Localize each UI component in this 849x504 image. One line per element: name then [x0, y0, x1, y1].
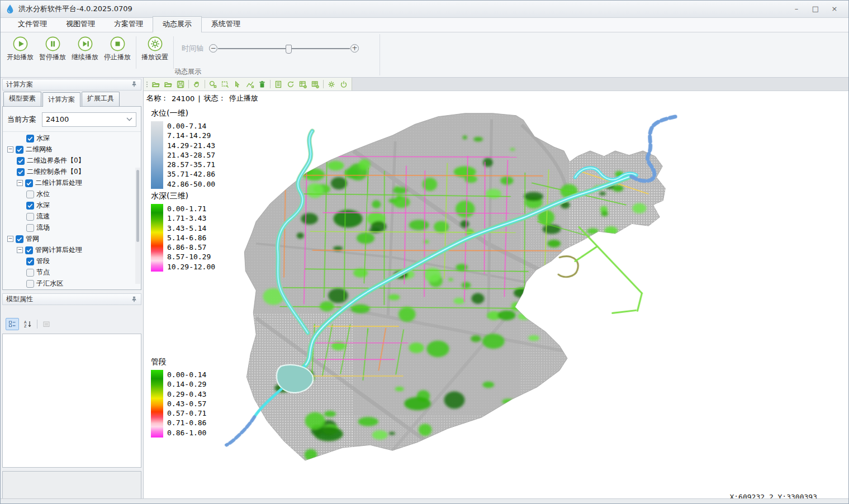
tree-item[interactable]: 水深: [3, 133, 141, 144]
minimize-button[interactable]: –: [787, 3, 806, 15]
resume-button[interactable]: 继续播放: [69, 35, 101, 69]
timeline-slider[interactable]: − +: [209, 44, 359, 54]
play-button[interactable]: 开始播放: [4, 35, 36, 69]
tree-item[interactable]: 二维边界条件【0】: [3, 155, 141, 167]
timeline-plus-button[interactable]: +: [350, 44, 359, 53]
map-info-bar: 名称：24100 | 状态：停止播放: [144, 91, 848, 104]
timeline-track[interactable]: [218, 48, 350, 49]
tree-item[interactable]: 流场: [3, 222, 141, 234]
legend-color-bar: [151, 121, 163, 189]
current-scheme-label: 当前方案: [7, 115, 36, 125]
checkbox-checked-icon[interactable]: [26, 135, 34, 142]
zoom-rect-icon[interactable]: [208, 79, 218, 89]
checkbox-checked-icon[interactable]: [17, 168, 25, 176]
delete-icon[interactable]: [257, 79, 267, 89]
checkbox-unchecked-icon[interactable]: [26, 191, 34, 198]
property-pages-button[interactable]: [40, 318, 53, 330]
checkbox-checked-icon[interactable]: [25, 246, 33, 254]
ribbon-separator: [173, 36, 174, 69]
status-bar: [1, 498, 848, 503]
checkbox-unchecked-icon[interactable]: [26, 224, 34, 232]
tree-item[interactable]: −管网: [3, 234, 141, 245]
tree-expander-icon[interactable]: −: [17, 247, 23, 253]
select-rect-icon[interactable]: [220, 79, 230, 89]
categorized-view-button[interactable]: [6, 318, 19, 330]
checkbox-checked-icon[interactable]: [16, 146, 23, 154]
tree-item[interactable]: 管段: [3, 256, 141, 267]
checkbox-checked-icon[interactable]: [25, 179, 33, 187]
tab-2[interactable]: 计算方案: [42, 92, 80, 107]
select-point-icon[interactable]: [233, 79, 243, 89]
export-table2-icon[interactable]: [310, 79, 320, 89]
legend-range: 6.86-8.57: [167, 243, 215, 252]
tab-1[interactable]: 模型要素: [3, 92, 41, 106]
toolbar-grip-handle[interactable]: [146, 82, 148, 87]
map-canvas[interactable]: 水位(一维) 0.00-7.147.14-14.2914.29-21.4321.…: [144, 103, 848, 504]
folder-open-icon[interactable]: [151, 79, 161, 89]
tree-item[interactable]: 二维控制条件【0】: [3, 167, 141, 178]
pin-icon[interactable]: [131, 296, 137, 303]
export-table-icon[interactable]: [298, 79, 308, 89]
menu-item-5[interactable]: 系统管理: [202, 17, 250, 32]
tree-item[interactable]: −管网计算后处理: [3, 245, 141, 256]
app-logo-water-drop-icon: [5, 4, 15, 14]
menu-item-1[interactable]: 文件管理: [8, 17, 56, 32]
flood-map[interactable]: [144, 103, 848, 504]
tab-3[interactable]: 扩展工具: [82, 92, 120, 106]
undo-icon[interactable]: [286, 79, 296, 89]
alphabetical-sort-button[interactable]: AZ: [22, 318, 34, 330]
title-bar: 洪水分析软件平台-4.0.2025.0709 – □ ×: [1, 1, 848, 18]
checkbox-checked-icon[interactable]: [16, 235, 23, 243]
report-icon[interactable]: [273, 79, 283, 89]
checkbox-unchecked-icon[interactable]: [26, 280, 34, 288]
tree-item[interactable]: 水位: [3, 189, 141, 200]
tree-expander-icon[interactable]: −: [7, 146, 13, 153]
tree-item[interactable]: 子汇水区: [3, 278, 141, 289]
current-scheme-value: 24100: [46, 115, 69, 123]
timeline-thumb[interactable]: [286, 45, 292, 54]
scheme-panel-title: 计算方案: [6, 80, 33, 89]
timeline-label: 时间轴: [182, 44, 203, 54]
tree-expander-icon[interactable]: −: [17, 180, 23, 186]
tree-scrollbar[interactable]: [135, 168, 140, 284]
legend-range: 1.71-3.43: [167, 213, 215, 223]
checkbox-checked-icon[interactable]: [26, 202, 34, 210]
checkbox-unchecked-icon[interactable]: [26, 213, 34, 221]
tree-item[interactable]: 流速: [3, 211, 141, 222]
current-scheme-dropdown[interactable]: 24100: [42, 112, 136, 127]
maximize-button[interactable]: □: [806, 3, 825, 15]
save-icon[interactable]: [176, 79, 186, 89]
tree-item[interactable]: 节点: [3, 267, 141, 278]
checkbox-unchecked-icon[interactable]: [26, 269, 34, 277]
tree-item[interactable]: 水深: [3, 200, 141, 211]
menu-item-2[interactable]: 视图管理: [56, 17, 105, 32]
legend-range: 8.57-10.29: [167, 252, 215, 261]
checkbox-checked-icon[interactable]: [26, 258, 34, 265]
pause-button[interactable]: 暂停播放: [36, 35, 69, 69]
tree-item[interactable]: −二维网格: [3, 144, 141, 155]
legend-range: 14.29-21.43: [167, 141, 215, 150]
hand-icon[interactable]: [192, 79, 202, 89]
checkbox-checked-icon[interactable]: [17, 157, 25, 165]
scheme-panel-header: 计算方案: [2, 79, 141, 91]
legend-range: 3.43-5.14: [167, 224, 215, 233]
select-line-icon[interactable]: [245, 79, 255, 89]
timeline-minus-button[interactable]: −: [209, 44, 217, 53]
menu-item-3[interactable]: 方案管理: [105, 17, 153, 32]
pin-icon[interactable]: [131, 81, 137, 88]
tree-item[interactable]: −二维计算后处理: [3, 178, 141, 189]
gear-circle-button[interactable]: 播放设置: [139, 35, 171, 69]
power-icon[interactable]: [339, 79, 349, 89]
ribbon-dynamic-display: 开始播放暂停播放继续播放停止播放播放设置 时间轴 − + 动态展示: [1, 32, 848, 78]
folder-open2-icon[interactable]: [163, 79, 173, 89]
legend-range: 0.00-7.14: [167, 121, 215, 131]
tree-expander-icon[interactable]: −: [7, 236, 13, 242]
stop-button[interactable]: 停止播放: [101, 35, 134, 69]
close-button[interactable]: ×: [825, 3, 844, 15]
legend-range: 0.71-0.86: [167, 418, 206, 427]
property-grid-empty: [2, 334, 141, 468]
menu-bar: 文件管理视图管理方案管理动态展示系统管理: [1, 18, 848, 32]
legend-color-bar: [151, 204, 163, 272]
menu-item-4[interactable]: 动态展示: [153, 16, 202, 32]
gear-icon[interactable]: [326, 79, 336, 89]
